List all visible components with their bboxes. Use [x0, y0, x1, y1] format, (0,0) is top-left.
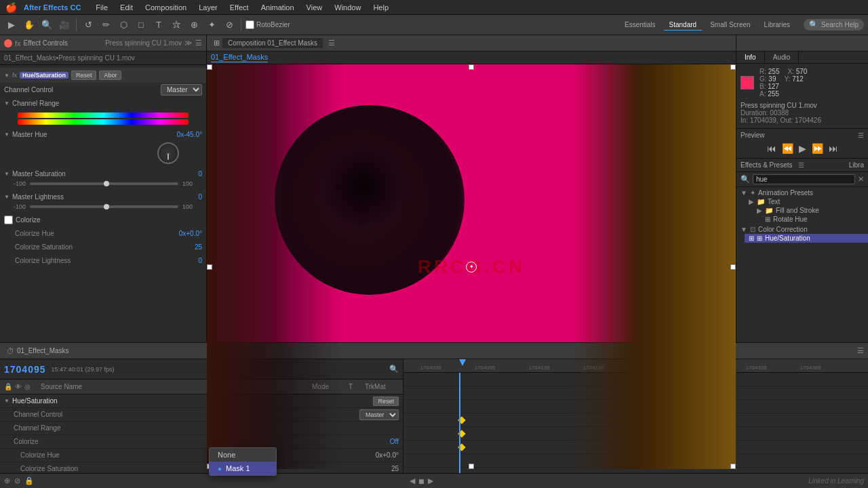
camera-tool[interactable]: 🎥 [57, 18, 72, 33]
step-back-btn[interactable]: ⏪ [782, 143, 793, 154]
colorize-lightness-value[interactable]: 0 [182, 257, 202, 264]
skip-start-btn[interactable]: ⏮ [767, 143, 776, 154]
t-col: T [349, 383, 362, 390]
lightness-thumb[interactable] [104, 204, 109, 209]
text-tool[interactable]: T [151, 18, 166, 33]
handle-top-mid[interactable] [469, 64, 474, 70]
collapse-triangle[interactable]: ▼ [4, 73, 9, 79]
effects-search-input[interactable] [753, 174, 855, 184]
dropdown-mask1-item[interactable]: ● Mask 1 [210, 462, 276, 475]
lightness-slider[interactable] [30, 205, 178, 208]
menu-window[interactable]: Window [329, 2, 366, 13]
paint-tool[interactable]: ✦ [204, 18, 219, 33]
handle-top-right[interactable] [730, 64, 736, 70]
master-hue-value[interactable]: 0x-45.0° [177, 131, 202, 138]
tl-btn-1[interactable]: ⊕ [4, 476, 10, 485]
cc-layer-dropdown[interactable]: Master [359, 409, 399, 420]
handle-top-left[interactable] [207, 64, 212, 70]
zoom-tool[interactable]: 🔍 [39, 18, 54, 33]
tab-audio[interactable]: Audio [765, 52, 800, 63]
tl-btn-3[interactable]: 🔒 [24, 476, 34, 485]
step-fwd-btn[interactable]: ⏩ [812, 143, 823, 154]
effects-search-clear[interactable]: ✕ [858, 175, 864, 184]
saturation-slider[interactable] [30, 182, 178, 185]
tab-small-screen[interactable]: Small Screen [705, 20, 755, 30]
tl-btn-2[interactable]: ⊘ [14, 476, 20, 485]
skip-end-btn[interactable]: ⏭ [829, 143, 838, 154]
tab-info[interactable]: Info [736, 52, 765, 63]
comp-menu[interactable]: ☰ [328, 39, 335, 47]
clone-tool[interactable]: ⊕ [186, 18, 201, 33]
channel-range-triangle[interactable]: ▼ [4, 100, 9, 106]
tab-standard[interactable]: Standard [664, 20, 703, 30]
panel-menu-icon[interactable]: ☰ [195, 39, 202, 47]
y-value: 712 [792, 75, 804, 83]
rotate-hue-item[interactable]: ⊞ Rotate Hue [761, 215, 868, 224]
tl-fwd-btn[interactable]: ▶ [428, 476, 433, 485]
puppet-tool[interactable]: ⊘ [222, 18, 237, 33]
handle-bottom-right[interactable] [730, 464, 736, 469]
hue-dial[interactable] [157, 142, 179, 164]
search-icon-tl[interactable]: 🔍 [389, 365, 399, 373]
rotate-tool[interactable]: ↺ [81, 18, 96, 33]
star-icon: ✦ [750, 189, 755, 197]
close-button[interactable] [4, 39, 12, 47]
sat-triangle[interactable]: ▼ [4, 171, 9, 177]
handle-bottom-mid[interactable] [469, 464, 474, 469]
libra-tab[interactable]: Libra [849, 161, 864, 169]
mask-tool[interactable]: ⬡ [116, 18, 131, 33]
fill-stroke-item[interactable]: ▶ 📁 Fill and Stroke [753, 206, 868, 215]
master-hue-triangle[interactable]: ▼ [4, 131, 9, 138]
about-button[interactable]: Abor [99, 70, 121, 80]
colorize-checkbox[interactable] [4, 216, 13, 224]
menu-view[interactable]: View [301, 2, 328, 13]
selection-tool[interactable]: ▶ [4, 18, 19, 33]
text-folder-item[interactable]: ▶ 📁 Text [745, 197, 868, 206]
timecode-display[interactable]: 1704095 [4, 364, 46, 375]
brush-tool[interactable]: ⛦ [169, 18, 184, 33]
menu-layer[interactable]: Layer [193, 2, 223, 13]
preview-menu[interactable]: ☰ [858, 131, 864, 139]
handle-mid-right[interactable] [730, 264, 736, 270]
menu-composition[interactable]: Composition [140, 2, 192, 13]
menu-animation[interactable]: Animation [256, 2, 300, 13]
master-lightness-row: ▼ Master Lightness 0 [0, 190, 206, 203]
light-triangle[interactable]: ▼ [4, 194, 9, 200]
colorize-saturation-label: Colorize Saturation [15, 243, 179, 251]
channel-control-dropdown[interactable]: Master [161, 84, 202, 96]
menu-help[interactable]: Help [368, 2, 394, 13]
layer-reset-btn[interactable]: Reset [373, 396, 399, 406]
hue-saturation-item[interactable]: ⊞ ⊞ Hue/Saturation [745, 234, 868, 243]
panel-expand-icon[interactable]: ≫ [184, 39, 193, 47]
comp-tab[interactable]: Composition 01_Effect Masks [222, 38, 323, 48]
play-btn[interactable]: ▶ [799, 143, 806, 154]
menu-effect[interactable]: Effect [224, 2, 254, 13]
rotobezier-checkbox[interactable] [245, 20, 254, 29]
tl-play-btn[interactable]: ◀ [410, 476, 415, 485]
colorize-saturation-value[interactable]: 25 [182, 243, 202, 251]
color-correction-item[interactable]: ▼ ⊡ Color Correction [736, 225, 868, 234]
reset-button[interactable]: Reset [71, 70, 97, 80]
handle-mid-left[interactable] [207, 264, 212, 270]
animation-presets-item[interactable]: ▼ ✦ Animation Presets [736, 188, 868, 197]
menu-edit[interactable]: Edit [115, 2, 138, 13]
master-lightness-value[interactable]: 0 [182, 193, 202, 201]
tab-essentials[interactable]: Essentials [619, 20, 661, 30]
comp-tab-name[interactable]: 01_Effect_Masks [211, 53, 268, 62]
rotobezier-checkbox-container: RotoBezier [245, 20, 290, 29]
timeline-menu[interactable]: ☰ [857, 346, 864, 355]
saturation-thumb[interactable] [104, 181, 109, 186]
hand-tool[interactable]: ✋ [22, 18, 37, 33]
layer-triangle[interactable]: ▼ [4, 398, 9, 404]
effects-menu[interactable]: ☰ [798, 161, 804, 169]
search-icon: 🔍 [809, 20, 818, 29]
master-saturation-value[interactable]: 0 [182, 170, 202, 178]
tab-libraries[interactable]: Libraries [759, 20, 795, 30]
colorize-hue-value[interactable]: 0x+0.0° [179, 230, 202, 237]
tl-stop-btn[interactable]: ⏹ [418, 477, 425, 485]
dropdown-none-item[interactable]: None [210, 448, 276, 462]
menu-file[interactable]: File [90, 2, 113, 13]
effect-header-row: ▼ fx Hue/Saturation Reset Abor [0, 68, 206, 83]
shape-tool[interactable]: □ [134, 18, 149, 33]
pen-tool[interactable]: ✏ [98, 18, 113, 33]
